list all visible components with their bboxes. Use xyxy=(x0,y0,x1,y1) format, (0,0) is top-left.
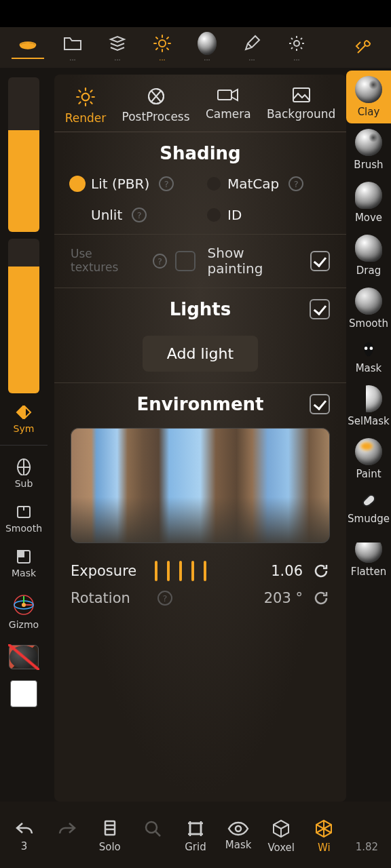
zoom-indicator[interactable]: 1.82 xyxy=(346,819,388,853)
undo-button[interactable]: 3 xyxy=(3,820,45,852)
radio-id[interactable]: ID xyxy=(207,207,330,223)
brush-smudge[interactable]: Smudge xyxy=(346,486,391,530)
tab-background[interactable]: Background xyxy=(263,87,339,125)
svg-line-25 xyxy=(79,90,80,92)
reset-icon[interactable] xyxy=(312,562,330,580)
material-preview[interactable] xyxy=(0,641,48,673)
reset-icon[interactable] xyxy=(312,589,330,607)
exposure-row[interactable]: Exposure 1.06 xyxy=(71,557,330,585)
environment-title: Environment xyxy=(137,394,264,414)
radio-dot-icon xyxy=(71,177,84,191)
toolbar-sculpt[interactable] xyxy=(5,36,50,59)
svg-point-44 xyxy=(236,826,241,831)
help-icon[interactable]: ? xyxy=(132,208,147,222)
help-icon: ? xyxy=(153,254,168,269)
panel-tabs: Render PostProcess Camera Background xyxy=(54,75,346,132)
svg-point-19 xyxy=(22,603,26,607)
svg-point-2 xyxy=(159,40,166,47)
tool-mask[interactable]: Mask xyxy=(0,545,48,583)
help-icon[interactable]: ? xyxy=(288,176,303,191)
radius-slider[interactable] xyxy=(8,77,39,232)
svg-line-9 xyxy=(167,37,168,39)
svg-line-10 xyxy=(156,48,157,50)
color-swatch[interactable] xyxy=(0,680,48,707)
tab-render[interactable]: Render xyxy=(61,87,111,125)
help-icon[interactable]: ? xyxy=(159,176,174,191)
intensity-slider[interactable] xyxy=(8,239,39,393)
svg-line-7 xyxy=(156,37,157,39)
drag-icon xyxy=(355,235,382,262)
brush-drag[interactable]: Drag xyxy=(346,229,391,282)
phone-status-bar xyxy=(0,0,391,27)
toolbar-settings[interactable]: ... xyxy=(274,34,319,61)
move-icon xyxy=(355,182,382,209)
mask-view-button[interactable]: Mask xyxy=(217,821,260,851)
brush-move[interactable]: Move xyxy=(346,176,391,229)
toolbar-scene[interactable]: ... xyxy=(95,34,140,61)
svg-point-33 xyxy=(370,347,373,350)
brush-flatten[interactable]: Flatten xyxy=(346,530,391,583)
solo-button[interactable]: Solo xyxy=(88,819,131,853)
toolbar-paint[interactable]: ... xyxy=(229,34,274,61)
tab-camera[interactable]: Camera xyxy=(202,87,255,125)
redo-button[interactable] xyxy=(45,820,88,852)
tool-sym[interactable]: Sym xyxy=(0,400,48,438)
section-environment: Environment Exposure 1.06 Rotation ? 203… xyxy=(54,383,346,622)
selmask-icon xyxy=(355,385,382,412)
section-shading: Shading Lit (PBR) ? MatCap ? Unlit ? xyxy=(54,132,346,235)
brush-brush[interactable]: Brush xyxy=(346,123,391,176)
layers-icon xyxy=(108,34,127,53)
rotation-row[interactable]: Rotation ? 203 ° xyxy=(71,585,330,611)
svg-rect-34 xyxy=(105,821,115,835)
tool-gizmo[interactable]: Gizmo xyxy=(0,589,48,634)
tool-sub[interactable]: Sub xyxy=(0,452,48,493)
tab-postprocess[interactable]: PostProcess xyxy=(118,87,194,125)
checkbox-icon xyxy=(310,251,330,271)
svg-point-37 xyxy=(146,822,157,833)
checkbox-icon xyxy=(175,251,195,271)
sculpt-icon xyxy=(18,36,37,55)
brush-selmask[interactable]: SelMask xyxy=(346,380,391,433)
toolbar-files[interactable]: ... xyxy=(50,34,95,61)
gear-icon xyxy=(287,34,306,53)
svg-point-20 xyxy=(82,94,90,101)
environment-preview[interactable] xyxy=(71,428,330,543)
tools-icon xyxy=(354,38,373,57)
help-icon[interactable]: ? xyxy=(157,591,172,606)
section-lights: Lights Add light xyxy=(54,288,346,383)
main-toolbar: ... ... ... ... ... ... xyxy=(0,27,391,68)
add-light-button[interactable]: Add light xyxy=(143,336,258,372)
radio-lit-pbr[interactable]: Lit (PBR) ? xyxy=(71,176,193,192)
voxel-button[interactable]: Voxel xyxy=(260,818,303,854)
svg-rect-14 xyxy=(18,551,24,557)
svg-line-28 xyxy=(79,102,80,104)
environment-enable-checkbox[interactable] xyxy=(310,394,330,414)
brush-smooth[interactable]: Smooth xyxy=(346,282,391,335)
mask-icon xyxy=(359,340,378,359)
grid-button[interactable]: Grid xyxy=(174,819,217,853)
search-button[interactable] xyxy=(131,819,174,853)
check-use-textures: Use textures ? xyxy=(71,248,196,274)
tool-smooth[interactable]: Smooth xyxy=(0,500,48,538)
check-show-painting[interactable]: Show painting xyxy=(208,245,330,277)
brush-paint[interactable]: Paint xyxy=(346,433,391,486)
lights-title: Lights xyxy=(170,299,231,319)
clay-icon xyxy=(355,76,382,103)
right-toolbar: Clay Brush Move Drag Smooth Mask SelMask xyxy=(346,68,391,802)
toolbar-tools[interactable] xyxy=(341,38,386,57)
smooth-icon xyxy=(355,288,382,315)
brush-clay[interactable]: Clay xyxy=(346,71,391,123)
svg-line-38 xyxy=(155,831,160,836)
left-sidebar: Sym Sub Smooth Mask Gizmo xyxy=(0,68,48,802)
toolbar-lighting[interactable]: ... xyxy=(140,34,185,61)
brush-mask[interactable]: Mask xyxy=(346,335,391,380)
radio-matcap[interactable]: MatCap ? xyxy=(207,176,330,192)
material-sphere-icon xyxy=(198,34,217,53)
wire-button[interactable]: Wi xyxy=(303,818,346,854)
toolbar-material[interactable]: ... xyxy=(185,34,229,61)
svg-line-26 xyxy=(90,102,92,104)
svg-line-8 xyxy=(167,48,168,50)
radio-unlit[interactable]: Unlit ? xyxy=(91,207,193,223)
lights-enable-checkbox[interactable] xyxy=(310,299,330,319)
svg-rect-39 xyxy=(190,823,201,834)
